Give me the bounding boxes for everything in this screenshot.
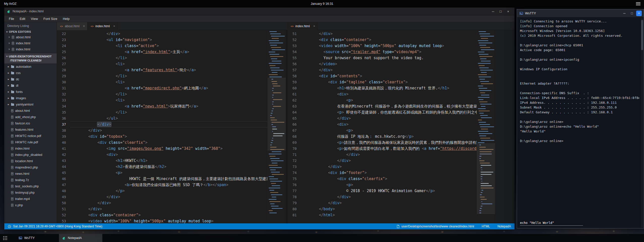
code-line-67[interactable]: 67 <p> <box>288 127 477 133</box>
code-line-43[interactable]: 43 <h1>HKWTC</h1> <box>57 158 267 164</box>
close-icon[interactable]: × <box>8 36 10 39</box>
file-item[interactable]: ▸test_sockets.php <box>4 183 57 189</box>
code-line-66[interactable]: 66 <div> <box>288 121 477 127</box>
folder-item[interactable]: ▸images <box>4 95 57 101</box>
code-line-72[interactable]: 72 </div> <box>288 158 477 164</box>
code-line-41[interactable]: 41 <img src="images/box.png" height="342… <box>57 146 267 152</box>
code-line-39[interactable]: 39 <div id="topbox"> <box>57 133 267 140</box>
code-line-53[interactable]: 53 <video width="100%" height="500px" au… <box>57 218 267 223</box>
open-editor-item[interactable]: ×index.html <box>4 40 57 46</box>
menu-font-size[interactable]: Font Size <box>41 16 60 21</box>
close-icon[interactable]: × <box>113 24 115 28</box>
code-line-80[interactable]: 80 </body> <box>288 206 477 212</box>
workspace-root[interactable]: ▾ USER:/DESKTOP/SCREENSHOT /TEST/WWW CLE… <box>4 53 57 63</box>
code-line-44[interactable]: 44 <h2>香港的建築伺服器</h2> <box>57 164 267 170</box>
code-line-30[interactable]: 30 <li> <box>57 79 267 85</box>
code-line-28[interactable]: 28 <a href="features.html">簡介</a> <box>57 67 267 73</box>
file-item[interactable]: ▸teabag.7z <box>4 177 57 183</box>
folder-item[interactable]: ▸autostation <box>4 63 57 70</box>
maximize-button[interactable]: □ <box>497 8 504 15</box>
code-line-24[interactable]: 24 <li class="active"> <box>57 43 267 49</box>
code-line-27[interactable]: 27 <li> <box>57 61 267 67</box>
open-editors-header[interactable]: ▾ OPEN EDITORS <box>4 29 57 34</box>
minimize-button[interactable]: ─ <box>489 8 497 15</box>
close-icon[interactable]: × <box>8 48 10 51</box>
system-app-label[interactable]: My ArOZ <box>4 2 16 6</box>
code-line-60[interactable]: 60 <h1>特別為建築及鐵路而設，現代化的 Minecraft 世界.</h1… <box>288 85 477 91</box>
file-item[interactable]: ▸favicon.ico <box>4 120 57 126</box>
code-line-45[interactable]: 45 <p> <box>57 170 267 176</box>
code-line-62[interactable]: 62 <p> <box>288 97 477 103</box>
hamburger-menu-icon[interactable] <box>636 2 640 6</box>
minimap-right[interactable] <box>477 30 495 223</box>
code-line-47[interactable]: 47 <b>你知道我們全線伺服器已轉用 SSD 了嗎？</b></span> <box>57 182 267 188</box>
code-line-50[interactable]: 50 </div> <box>57 200 267 206</box>
code-line-29[interactable]: 29 </li> <box>57 73 267 79</box>
status-file-path[interactable]: user/Desktop/screenshot/test/www cleaned… <box>397 225 474 228</box>
code-line-68[interactable]: 68 伺服器 IP 地址為： mcs.hkwtc.org</p> <box>288 133 477 140</box>
code-line-58[interactable]: 58 <div id="contents"> <box>288 73 477 79</box>
code-line-53[interactable]: 53 <video width="100%" height="500px" au… <box>288 43 477 49</box>
code-line-75[interactable]: 75 <div class="clearfix"> <box>288 176 477 182</box>
code-line-81[interactable]: 81 </html> <box>288 212 477 218</box>
code-area-right[interactable]: 51 </div>52 <div class="container">53 <v… <box>288 31 477 223</box>
status-app-name[interactable]: NotepadA <box>498 225 511 228</box>
code-line-25[interactable]: 25 <a href="index.html">主頁</a> <box>57 49 267 55</box>
terminal-output[interactable]: [info] Conencting to arozos WsTTY servic… <box>520 19 639 217</box>
editor-group-right[interactable]: 51 </div>52 <div class="container">53 <v… <box>288 30 495 223</box>
code-line-35[interactable]: 35 </li> <box>57 109 267 115</box>
code-line-51[interactable]: 51 </div> <box>57 206 267 212</box>
code-line-77[interactable]: 77 © 2018 - 2019 HKWTC Animation Gamer</… <box>288 188 477 194</box>
folder-item[interactable]: ▸fonts <box>4 89 57 95</box>
code-area-left[interactable]: 22 </div>23 <ul id="navigation">24 <li c… <box>57 31 267 223</box>
code-line-49[interactable]: 49 </div> <box>57 194 267 200</box>
close-button[interactable]: × <box>504 8 512 15</box>
code-line-69[interactable]: 69 <p>請注意，我們的伺服器為確保玩家及遊玩時的質素，我們對外的服務開放申請… <box>288 140 477 146</box>
app-grid-icon[interactable] <box>3 236 7 240</box>
file-item[interactable]: ▸index.php_disabled <box>4 152 57 158</box>
minimap-viewport[interactable] <box>477 144 495 214</box>
folder-item[interactable]: ▸dl <box>4 82 57 89</box>
close-button[interactable]: × <box>636 11 642 16</box>
code-line-78[interactable]: 78 </div> <box>288 194 477 200</box>
menu-edit[interactable]: Edit <box>17 16 28 21</box>
file-item[interactable]: ▸location.html <box>4 158 57 164</box>
sidebar-header[interactable]: Directory Listing <box>4 22 57 29</box>
terminal-input[interactable]: echo "Hello World" <box>520 221 583 226</box>
taskbar-item-wstty[interactable]: WsTTY <box>16 234 59 242</box>
code-line-70[interactable]: 70 <p>如有問題或需要申請白名單，歡迎加入我們的 <a href="http… <box>288 146 477 152</box>
code-line-59[interactable]: 59 <div id="tagline" class="clearfix"> <box>288 79 477 85</box>
code-line-34[interactable]: 34 <a href="news.html">玩家傳送門</a> <box>57 103 267 109</box>
code-line-42[interactable]: 42 <div> <box>57 152 267 158</box>
code-line-57[interactable]: 57 </div> <box>288 67 477 73</box>
code-line-37[interactable]: 37 </div> <box>57 121 267 127</box>
minimap-viewport[interactable] <box>268 78 286 150</box>
code-line-63[interactable]: 63 在香港的Minecraft 伺服器中，多為小遊戲和純生存的伺服器，較少擁有… <box>288 103 477 109</box>
scrollbar-thumb[interactable] <box>641 20 643 50</box>
file-item[interactable]: ▸HKWTC rule.pdf <box>4 139 57 145</box>
file-item[interactable]: ▸index.html <box>4 145 57 152</box>
code-line-31[interactable]: 31 <a href="mapredirect.php">網上地圖</a> <box>57 85 267 91</box>
code-line-65[interactable]: 65 </div> <box>288 115 477 121</box>
code-line-22[interactable]: 22 </div> <box>57 31 267 37</box>
file-item[interactable]: ▸x.php <box>4 202 57 208</box>
code-line-61[interactable]: 61 <div> <box>288 91 477 97</box>
code-line-38[interactable]: 38 </div> <box>57 127 267 133</box>
code-line-46[interactable]: 46 HKWTC 是一個 Minecraft 的建築伺服器，主要建築計劃包括鐵路… <box>57 176 267 182</box>
file-item[interactable]: ▸news.html <box>4 170 57 177</box>
code-line-33[interactable]: 33 <li> <box>57 97 267 103</box>
editor-tab-index.html[interactable]: <>index.html× <box>288 22 318 30</box>
editor-group-divider[interactable] <box>286 30 288 223</box>
code-line-23[interactable]: 23 <ul id="navigation"> <box>57 37 267 43</box>
file-item[interactable]: ▸trailer.mp4 <box>4 196 57 202</box>
taskbar-item-notepada[interactable]: NotepadA <box>59 234 102 242</box>
menu-file[interactable]: File <box>6 16 17 21</box>
code-line-71[interactable]: 71 </div> <box>288 152 477 158</box>
status-datetime[interactable]: Sat Jan 09 2021 16:29:49 GMT+0800 (Hong … <box>8 225 102 228</box>
code-line-52[interactable]: 52 <div class="container"> <box>57 212 267 218</box>
open-editor-item[interactable]: ×about.html <box>4 34 57 40</box>
editor-tab-about.html[interactable]: <>about.html× <box>57 22 87 30</box>
code-line-79[interactable]: 79 </div> <box>288 200 477 206</box>
minimize-button[interactable]: ─ <box>621 11 628 15</box>
file-item[interactable]: ▸mapredirect.php <box>4 164 57 170</box>
